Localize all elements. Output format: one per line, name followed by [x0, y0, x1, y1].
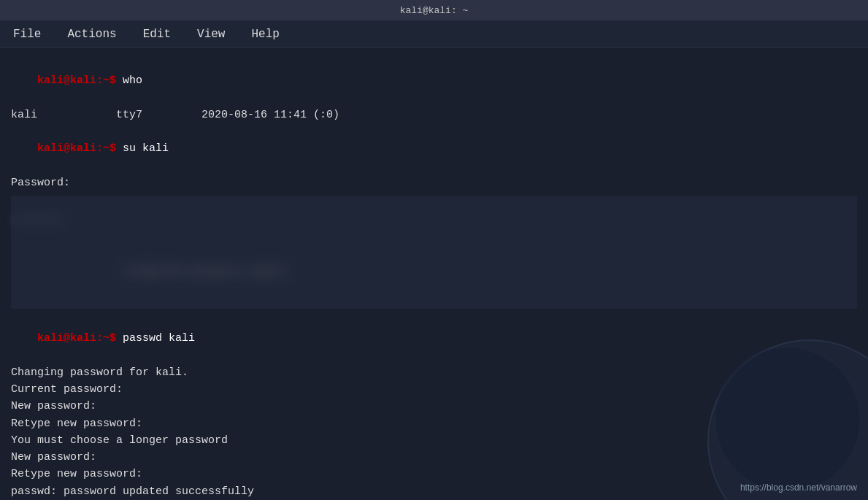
blurred-overlay [11, 196, 857, 309]
terminal-line-1: kali@kali:~$ who [11, 55, 857, 107]
cmd-1: who [123, 74, 142, 87]
terminal-line-9: Retype new password: [11, 415, 857, 432]
menu-edit[interactable]: Edit [137, 25, 177, 44]
blurred-section: •••••••• [redacted password input] [11, 196, 857, 309]
terminal-line-3: kali@kali:~$ su kali [11, 123, 857, 174]
prompt-3: kali@kali:~$ [37, 332, 123, 345]
menu-view[interactable]: View [191, 25, 231, 44]
terminal-content: kali@kali:~$ who kali tty7 2020-08-16 11… [0, 48, 868, 500]
title-bar: kali@kali: ~ [0, 0, 868, 20]
terminal-line-11: New password: [11, 449, 857, 466]
watermark: https://blog.csdn.net/vanarrow [740, 482, 857, 493]
menu-actions[interactable]: Actions [61, 25, 122, 44]
prompt-1: kali@kali:~$ [37, 74, 123, 87]
terminal-line-10: You must choose a longer password [11, 432, 857, 449]
terminal-line-7: Current password: [11, 381, 857, 398]
prompt-2: kali@kali:~$ [37, 142, 123, 155]
menu-bar: File Actions Edit View Help [0, 20, 868, 48]
terminal-line-4: Password: [11, 174, 857, 191]
title-text: kali@kali: ~ [400, 5, 469, 16]
terminal-line-8: New password: [11, 398, 857, 415]
cmd-2: su kali [123, 142, 169, 155]
menu-file[interactable]: File [7, 25, 47, 44]
terminal-line-12: Retype new password: [11, 466, 857, 482]
terminal-line-13: passwd: password updated successfully [11, 483, 857, 500]
menu-help[interactable]: Help [245, 25, 285, 44]
terminal-line-2: kali tty7 2020-08-16 11:41 (:0) [11, 107, 857, 123]
terminal-line-6: Changing password for kali. [11, 364, 857, 381]
cmd-3: passwd kali [123, 332, 195, 345]
